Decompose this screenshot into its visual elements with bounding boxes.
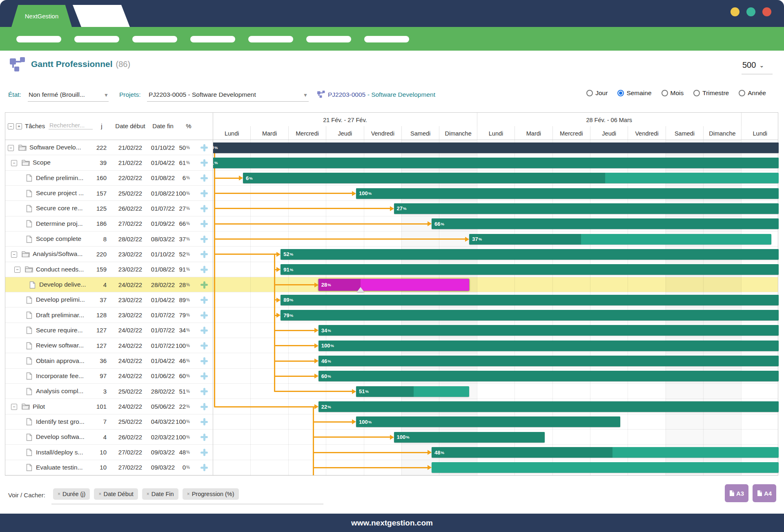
- nav-pill[interactable]: [16, 36, 61, 42]
- etat-select[interactable]: Non fermé (Brouill... ▼: [29, 91, 109, 98]
- nav-pill[interactable]: [248, 36, 293, 42]
- add-subtask-button[interactable]: [200, 388, 208, 395]
- add-subtask-button[interactable]: [200, 220, 208, 227]
- expand-toggle[interactable]: −: [11, 160, 17, 166]
- dependency-arrowhead: [352, 191, 356, 196]
- tag-remove-icon[interactable]: ×: [187, 491, 190, 497]
- add-subtask-button[interactable]: [200, 449, 208, 456]
- add-subtask-button[interactable]: [200, 251, 208, 258]
- tag-remove-icon[interactable]: ×: [98, 491, 101, 497]
- gantt-bar[interactable]: 50%: [213, 142, 779, 153]
- gantt-bar[interactable]: 27%: [394, 203, 779, 214]
- filter-tag[interactable]: ×Date Début: [94, 488, 138, 500]
- task-progress-value: %: [186, 145, 190, 150]
- bar-label-percent: %: [214, 145, 218, 150]
- filter-tag[interactable]: ×Durée (j): [53, 488, 90, 500]
- gantt-bar-label: 91%: [283, 264, 293, 275]
- secondary-tab[interactable]: [73, 5, 130, 27]
- gantt-bar[interactable]: 91%: [281, 264, 779, 275]
- gantt-bar[interactable]: 100%: [394, 432, 545, 443]
- filter-tag[interactable]: ×Progression (%): [183, 488, 239, 500]
- add-subtask-button[interactable]: [200, 403, 208, 410]
- gantt-bar[interactable]: 60%: [318, 371, 779, 381]
- add-subtask-button[interactable]: [200, 159, 208, 167]
- gantt-bar[interactable]: 52%: [281, 249, 779, 260]
- gantt-bar[interactable]: 66%: [432, 218, 779, 229]
- project-link[interactable]: PJ2203-0005 - Software Development: [328, 91, 435, 98]
- expand-toggle[interactable]: −: [14, 267, 20, 273]
- add-subtask-button[interactable]: [200, 281, 208, 289]
- expand-toggle[interactable]: −: [11, 252, 17, 258]
- add-subtask-button[interactable]: [200, 190, 208, 197]
- filter-tag-label: Progression (%): [192, 491, 234, 497]
- gantt-bar[interactable]: 48%: [432, 447, 779, 458]
- add-subtask-button[interactable]: [200, 205, 208, 212]
- task-duration: 127: [86, 323, 107, 338]
- export-a4-button[interactable]: A4: [753, 484, 776, 502]
- gantt-bar[interactable]: 37%: [469, 234, 771, 245]
- window-maximize-button[interactable]: [746, 7, 755, 16]
- gantt-bar[interactable]: 28%: [318, 279, 470, 291]
- gantt-bar[interactable]: [432, 462, 779, 473]
- view-radio-mois[interactable]: Mois: [662, 89, 684, 97]
- bar-label-percent: %: [368, 191, 372, 196]
- gantt-bar[interactable]: 61%: [213, 158, 779, 168]
- page-size-select[interactable]: 500 ⌄: [742, 60, 764, 70]
- add-subtask-button[interactable]: [200, 327, 208, 334]
- collapse-all-button[interactable]: −: [8, 123, 14, 129]
- task-duration: 220: [86, 247, 107, 261]
- tag-remove-icon[interactable]: ×: [147, 491, 149, 497]
- add-subtask-button[interactable]: [200, 236, 208, 243]
- gantt-bar[interactable]: 89%: [281, 295, 779, 305]
- gantt-bar[interactable]: 22%: [318, 401, 779, 412]
- nav-pill[interactable]: [132, 36, 177, 42]
- task-progress-value: 100: [176, 434, 186, 441]
- add-subtask-button[interactable]: [200, 174, 208, 182]
- tag-remove-icon[interactable]: ×: [58, 491, 60, 497]
- gantt-bar-fill: [318, 371, 779, 381]
- projet-select[interactable]: PJ2203-0005 - Software Development ▼: [149, 91, 308, 98]
- add-subtask-button[interactable]: [200, 357, 208, 365]
- gantt-bar[interactable]: 100%: [356, 416, 620, 427]
- add-subtask-button[interactable]: [200, 266, 208, 273]
- add-subtask-button[interactable]: [200, 342, 208, 349]
- window-minimize-button[interactable]: [731, 7, 739, 16]
- nav-pill[interactable]: [190, 36, 235, 42]
- gantt-bar-label: 51%: [359, 386, 369, 397]
- add-subtask-button[interactable]: [200, 434, 208, 441]
- expand-all-button[interactable]: +: [16, 123, 22, 129]
- add-subtask-button[interactable]: [200, 144, 208, 151]
- add-subtask-button[interactable]: [200, 372, 208, 380]
- nav-pill[interactable]: [74, 36, 119, 42]
- gantt-bar[interactable]: 34%: [318, 325, 779, 336]
- expand-toggle[interactable]: −: [8, 145, 14, 151]
- gantt-bar[interactable]: 6%: [243, 173, 779, 183]
- add-subtask-button[interactable]: [200, 418, 208, 425]
- gantt-bar[interactable]: 79%: [281, 310, 779, 321]
- gantt-bar[interactable]: 51%: [356, 386, 469, 397]
- export-a3-button[interactable]: A3: [725, 484, 748, 502]
- window-close-button[interactable]: [762, 7, 771, 16]
- nav-pill[interactable]: [306, 36, 351, 42]
- gantt-bar[interactable]: 100%: [356, 188, 779, 199]
- gantt-day-header: Mardi: [514, 126, 552, 140]
- brand-tab[interactable]: NextGestion: [11, 5, 72, 27]
- view-radio-année[interactable]: Année: [739, 89, 766, 97]
- gantt-bar[interactable]: 100%: [318, 341, 779, 351]
- expand-toggle[interactable]: −: [11, 404, 17, 410]
- task-progress: 48%: [169, 445, 190, 459]
- nav-pill[interactable]: [364, 36, 409, 42]
- view-mode-group: JourSemaineMoisTrimestreAnnée: [586, 89, 766, 97]
- add-subtask-button[interactable]: [200, 464, 208, 471]
- bar-label-percent: %: [214, 160, 218, 165]
- view-radio-trimestre[interactable]: Trimestre: [693, 89, 729, 97]
- view-radio-jour[interactable]: Jour: [586, 89, 608, 97]
- task-search-input[interactable]: [49, 122, 93, 129]
- view-radio-semaine[interactable]: Semaine: [617, 89, 651, 97]
- add-subtask-button[interactable]: [200, 312, 208, 319]
- progress-handle[interactable]: [357, 287, 364, 292]
- filter-tag[interactable]: ×Date Fin: [142, 488, 178, 500]
- dependency-arrowhead: [390, 206, 394, 211]
- gantt-bar[interactable]: 46%: [318, 356, 779, 366]
- add-subtask-button[interactable]: [200, 296, 208, 304]
